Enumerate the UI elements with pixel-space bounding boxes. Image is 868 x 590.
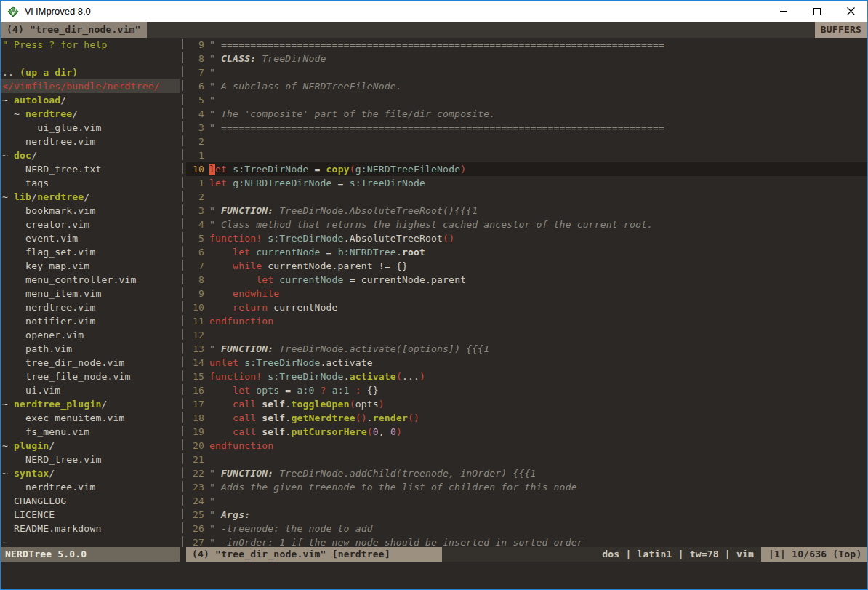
tree-row[interactable]: ~ doc/ <box>2 148 180 162</box>
tree-row[interactable]: tree_dir_node.vim <box>2 356 180 370</box>
title-bar: Vi IMproved 8.0 <box>1 1 867 22</box>
tree-row[interactable]: ~ nerdtree_plugin/ <box>2 397 180 411</box>
code-line[interactable]: 24" <box>186 494 867 508</box>
tree-row[interactable]: ~ autoload/ <box>2 93 180 107</box>
code-line[interactable]: 6" A subclass of NERDTreeFileNode. <box>186 79 867 93</box>
code-line[interactable]: 26" -treenode: the node to add <box>186 522 867 535</box>
vim-window: Vi IMproved 8.0 (4) "tree_dir_node.vim" … <box>0 0 868 590</box>
tree-row[interactable]: CHANGELOG <box>2 494 180 508</box>
code-line[interactable]: 9 endwhile <box>186 287 867 300</box>
line-number: 25 <box>193 508 204 522</box>
tree-row[interactable]: ~ nerdtree/ <box>2 107 180 121</box>
window-title: Vi IMproved 8.0 <box>25 6 91 17</box>
close-button[interactable] <box>834 1 867 22</box>
code-line[interactable]: 13" FUNCTION: TreeDirNode.activate([opti… <box>186 342 867 356</box>
line-number: 21 <box>193 453 204 466</box>
tree-row[interactable]: creator.vim <box>2 218 180 231</box>
editor-area: " Press ? for help.. (up a dir)</vimfile… <box>1 38 867 547</box>
code-line[interactable]: 7 while currentNode.parent != {} <box>186 259 867 273</box>
maximize-button[interactable] <box>800 1 834 22</box>
code-line[interactable]: 12 <box>186 328 867 342</box>
code-line[interactable]: 3" =====================================… <box>186 121 867 135</box>
code-line[interactable]: 10 return currentNode <box>186 300 867 314</box>
tree-row[interactable]: menu_item.vim <box>2 287 180 300</box>
tree-row[interactable]: flag_set.vim <box>2 245 180 259</box>
tree-row[interactable]: path.vim <box>2 342 180 356</box>
line-number: 18 <box>193 411 204 425</box>
nerdtree-pane: " Press ? for help.. (up a dir)</vimfile… <box>1 38 180 547</box>
code-line[interactable]: 8 let currentNode = currentNode.parent <box>186 273 867 287</box>
line-number: 9 <box>193 38 204 52</box>
tree-row[interactable]: nerdtree.vim <box>2 135 180 148</box>
code-line[interactable]: 3" FUNCTION: TreeDirNode.AbsoluteTreeRoo… <box>186 204 867 218</box>
line-number: 5 <box>193 231 204 245</box>
code-line[interactable]: 15function! s:TreeDirNode.activate(...) <box>186 370 867 383</box>
tree-row[interactable]: exec_menuitem.vim <box>2 411 180 425</box>
code-line[interactable]: 1let g:NERDTreeDirNode = s:TreeDirNode <box>186 176 867 190</box>
code-line[interactable]: 16 let opts = a:0 ? a:1 : {} <box>186 383 867 397</box>
window-separator[interactable] <box>180 38 186 547</box>
status-line: NERDTree 5.0.0 (4) "tree_dir_node.vim" [… <box>1 547 867 562</box>
code-line[interactable]: 23" Adds the given treenode to the list … <box>186 480 867 494</box>
code-line[interactable]: 5function! s:TreeDirNode.AbsoluteTreeRoo… <box>186 231 867 245</box>
line-number: 27 <box>193 535 204 547</box>
tree-row[interactable]: nerdtree.vim <box>2 300 180 314</box>
command-line[interactable] <box>1 562 867 589</box>
line-number: 1 <box>193 176 204 190</box>
line-number: 4 <box>193 107 204 121</box>
code-line[interactable]: 19 call self.putCursorHere(0, 0) <box>186 425 867 439</box>
tree-row[interactable]: notifier.vim <box>2 314 180 328</box>
tree-row[interactable]: fs_menu.vim <box>2 425 180 439</box>
line-number: 2 <box>193 190 204 204</box>
minimize-button[interactable] <box>767 1 800 22</box>
tree-row[interactable]: opener.vim <box>2 328 180 342</box>
tree-row[interactable]: nerdtree.vim <box>2 480 180 494</box>
tree-row[interactable]: ~ lib/nerdtree/ <box>2 190 180 204</box>
tree-row[interactable]: bookmark.vim <box>2 204 180 218</box>
code-line[interactable]: 10let s:TreeDirNode = copy(g:NERDTreeFil… <box>186 162 867 176</box>
code-line[interactable]: 11endfunction <box>186 314 867 328</box>
tree-row[interactable]: ~ plugin/ <box>2 439 180 453</box>
code-line[interactable]: 1 <box>186 148 867 162</box>
code-line[interactable]: 2 <box>186 135 867 148</box>
tree-row[interactable]: key_map.vim <box>2 259 180 273</box>
tree-row[interactable]: NERD_tree.txt <box>2 162 180 176</box>
code-line[interactable]: 4" Class method that returns the highest… <box>186 218 867 231</box>
code-line[interactable]: 25" Args: <box>186 508 867 522</box>
tree-row[interactable]: tags <box>2 176 180 190</box>
line-number: 12 <box>193 328 204 342</box>
code-line[interactable]: 6 let currentNode = b:NERDTree.root <box>186 245 867 259</box>
code-line[interactable]: 27" -inOrder: 1 if the new node should b… <box>186 535 867 547</box>
tree-row[interactable]: ui.vim <box>2 383 180 397</box>
tree-row[interactable]: event.vim <box>2 231 180 245</box>
code-line[interactable]: 4" The 'composite' part of the file/dir … <box>186 107 867 121</box>
code-line[interactable]: 21 <box>186 453 867 466</box>
code-line[interactable]: 8" CLASS: TreeDirNode <box>186 52 867 65</box>
tree-row[interactable]: " Press ? for help <box>2 38 180 52</box>
tree-row[interactable]: ~ <box>2 535 180 547</box>
tab-line: (4) "tree_dir_node.vim" BUFFERS <box>1 22 867 38</box>
code-line[interactable]: 5" <box>186 93 867 107</box>
code-line[interactable]: 14unlet s:TreeDirNode.activate <box>186 356 867 370</box>
tree-row[interactable]: </vimfiles/bundle/nerdtree/ <box>1 79 180 93</box>
code-line[interactable]: 20endfunction <box>186 439 867 453</box>
code-line[interactable]: 9" =====================================… <box>186 38 867 52</box>
code-line[interactable]: 7" <box>186 65 867 79</box>
code-line[interactable]: 17 call self.toggleOpen(opts) <box>186 397 867 411</box>
tree-row[interactable] <box>2 52 180 65</box>
code-line[interactable]: 18 call self.getNerdtree().render() <box>186 411 867 425</box>
tree-row[interactable]: ui_glue.vim <box>2 121 180 135</box>
tree-row[interactable]: menu_controller.vim <box>2 273 180 287</box>
tree-row[interactable]: LICENCE <box>2 508 180 522</box>
line-number: 23 <box>193 480 204 494</box>
code-line[interactable]: 22" FUNCTION: TreeDirNode.addChild(treen… <box>186 466 867 480</box>
tree-row[interactable]: README.markdown <box>2 522 180 535</box>
line-number: 6 <box>193 79 204 93</box>
line-number: 4 <box>193 218 204 231</box>
tab-active[interactable]: (4) "tree_dir_node.vim" <box>1 22 147 38</box>
code-line[interactable]: 2 <box>186 190 867 204</box>
tree-row[interactable]: ~ syntax/ <box>2 466 180 480</box>
tree-row[interactable]: tree_file_node.vim <box>2 370 180 383</box>
tree-row[interactable]: .. (up a dir) <box>2 65 180 79</box>
tree-row[interactable]: NERD_tree.vim <box>2 453 180 466</box>
